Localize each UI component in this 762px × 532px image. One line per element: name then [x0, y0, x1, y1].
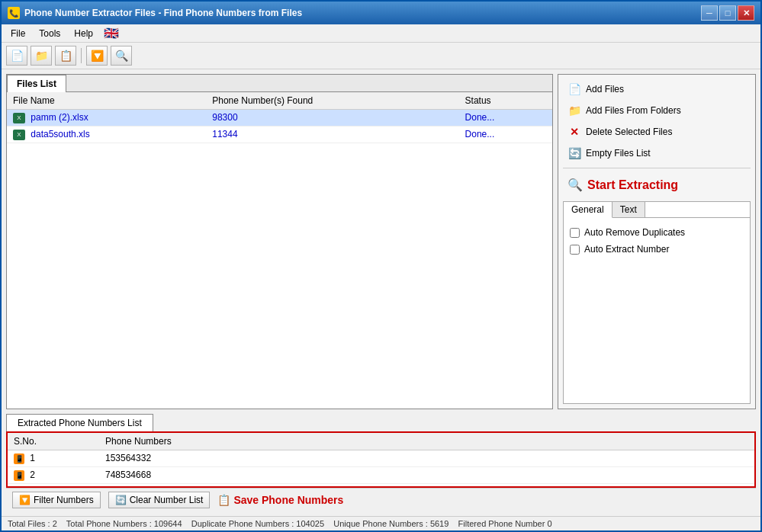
file-name-link[interactable]: data5south.xls [31, 129, 89, 139]
phone-number-cell: 153564332 [99, 450, 754, 467]
phone-number-cell: 748534668 [99, 466, 754, 483]
delete-icon: ✕ [567, 125, 581, 139]
col-status: Status [459, 92, 552, 110]
language-flag-icon: 🇬🇧 [104, 26, 119, 40]
folder-icon: 📁 [35, 50, 48, 62]
start-extracting-label: Start Extracting [587, 178, 678, 192]
add-folder-button[interactable]: 📁 [31, 46, 52, 66]
bottom-toolbar: 🔽 Filter Numbers 🔄 Clear Number List 📋 S… [6, 488, 756, 511]
auto-remove-duplicates-label: Auto Remove Duplicates [584, 227, 685, 238]
filter-numbers-label: Filter Numbers [34, 495, 94, 505]
files-panel-tab-bar: Files List [7, 75, 552, 92]
table-row[interactable]: X pamm (2).xlsx 98300 Done... [7, 110, 552, 127]
phone-count-cell: 11344 [206, 126, 458, 143]
add-files-label: Add Files [586, 84, 624, 95]
filter-numbers-button[interactable]: 🔽 Filter Numbers [12, 492, 101, 508]
save-numbers-label: Save Phone Numbers [233, 494, 343, 506]
minimize-button[interactable]: ─ [701, 5, 718, 21]
file-name-link[interactable]: pamm (2).xlsx [31, 112, 88, 123]
bottom-section: Extracted Phone Numbers List S.No. Phone… [6, 414, 756, 511]
unique-value: 5619 [430, 519, 449, 528]
options-panel: General Text Auto Remove Duplicates Auto… [563, 201, 751, 404]
clear-list-icon: 🔄 [115, 495, 127, 505]
file-type-icon: X [13, 130, 25, 140]
status-cell: Done... [459, 110, 552, 127]
col-filename: File Name [7, 92, 206, 110]
window-controls: ─ □ ✕ [701, 5, 754, 21]
duplicate-label: Duplicate Phone Numbers : [191, 519, 294, 528]
app-icon: 📞 [8, 7, 20, 19]
options-content: Auto Remove Duplicates Auto Extract Numb… [564, 218, 750, 264]
copy-button[interactable]: 📋 [55, 46, 76, 66]
add-folders-label: Add Files From Folders [586, 105, 681, 116]
clear-list-button[interactable]: 🔄 Clear Number List [108, 492, 211, 508]
file-name-cell: X pamm (2).xlsx [7, 110, 206, 127]
title-bar: 📞 Phone Number Extractor Files - Find Ph… [2, 2, 760, 24]
right-panel: 📄 Add Files 📁 Add Files From Folders ✕ D… [558, 74, 756, 409]
menu-help[interactable]: Help [68, 27, 99, 40]
total-phone-label: Total Phone Numbers : [66, 519, 152, 528]
total-files-label: Total Files : [8, 519, 50, 528]
files-list-tab[interactable]: Files List [7, 75, 66, 92]
maximize-button[interactable]: □ [719, 5, 736, 21]
window-title: Phone Number Extractor Files - Find Phon… [24, 8, 701, 18]
copy-icon: 📋 [59, 50, 72, 62]
col-phone-numbers: Phone Numbers [99, 433, 754, 450]
list-item[interactable]: 📱 3 153564332 [8, 483, 754, 486]
main-window: 📞 Phone Number Extractor Files - Find Ph… [0, 0, 762, 532]
list-item[interactable]: 📱 1 153564332 [8, 450, 754, 467]
close-button[interactable]: ✕ [738, 5, 754, 21]
total-files-value: 2 [53, 519, 57, 528]
main-content: Files List File Name Phone Number(s) Fou… [2, 69, 760, 516]
auto-extract-number-checkbox[interactable] [570, 245, 580, 255]
add-from-folders-button[interactable]: 📁 Add Files From Folders [563, 101, 751, 120]
options-tabs: General Text [564, 202, 750, 218]
filtered-value: 0 [547, 519, 551, 528]
auto-extract-number-row: Auto Extract Number [570, 241, 744, 258]
filter-button[interactable]: 🔽 [86, 46, 108, 66]
phone-number-cell: 153564332 [99, 483, 754, 486]
add-folders-icon: 📁 [567, 104, 581, 117]
extracted-scroll[interactable]: S.No. Phone Numbers 📱 1 153564332 📱 2 [8, 433, 754, 486]
toolbar: 📄 📁 📋 🔽 🔍 [2, 43, 760, 69]
search-icon: 🔍 [115, 50, 128, 62]
files-table: File Name Phone Number(s) Found Status X… [7, 92, 552, 143]
sno-cell: 📱 2 [8, 466, 99, 483]
col-sno: S.No. [8, 433, 99, 450]
filter-icon: 🔽 [91, 50, 104, 62]
filter-numbers-icon: 🔽 [19, 495, 31, 505]
file-name-cell: X data5south.xls [7, 126, 206, 143]
extracted-tab[interactable]: Extracted Phone Numbers List [6, 414, 153, 431]
auto-extract-number-label: Auto Extract Number [584, 244, 669, 255]
sno-cell: 📱 1 [8, 450, 99, 467]
save-icon: 📋 [217, 494, 230, 506]
tab-text[interactable]: Text [612, 202, 645, 217]
auto-remove-duplicates-checkbox[interactable] [570, 228, 580, 238]
menu-tools[interactable]: Tools [33, 27, 66, 40]
save-numbers-button[interactable]: 📋 Save Phone Numbers [217, 494, 343, 506]
menu-bar: File Tools Help 🇬🇧 [2, 24, 760, 43]
add-files-button[interactable]: 📄 Add Files [563, 79, 751, 99]
duplicate-value: 104025 [296, 519, 324, 528]
total-phone-value: 109644 [154, 519, 182, 528]
add-files-icon: 📄 [567, 82, 581, 96]
list-item[interactable]: 📱 2 748534668 [8, 466, 754, 483]
table-row[interactable]: X data5south.xls 11344 Done... [7, 126, 552, 143]
magnifier-start-icon: 🔍 [567, 178, 583, 192]
phone-count-cell: 98300 [206, 110, 458, 127]
extracted-table: S.No. Phone Numbers 📱 1 153564332 📱 2 [8, 433, 754, 486]
start-extracting-button[interactable]: 🔍 Start Extracting [563, 173, 751, 197]
toolbar-separator [81, 48, 82, 63]
empty-list-button[interactable]: 🔄 Empty Files List [563, 143, 751, 163]
unique-label: Unique Phone Numbers : [333, 519, 428, 528]
phone-row-icon: 📱 [14, 453, 24, 464]
tab-general[interactable]: General [564, 202, 612, 218]
delete-selected-label: Delete Selected Files [586, 127, 672, 137]
divider-1 [563, 168, 751, 168]
menu-file[interactable]: File [5, 27, 31, 40]
search-button[interactable]: 🔍 [111, 46, 132, 66]
empty-list-icon: 🔄 [567, 146, 581, 160]
delete-selected-button[interactable]: ✕ Delete Selected Files [563, 122, 751, 142]
add-file-button[interactable]: 📄 [6, 46, 27, 66]
sno-cell: 📱 3 [8, 483, 99, 486]
